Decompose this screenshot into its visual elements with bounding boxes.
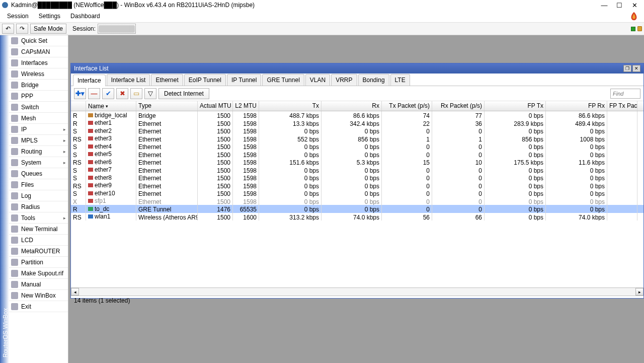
grid-status: 14 items (1 selected) [71,296,643,306]
menu-dashboard[interactable]: Dashboard [65,11,105,22]
table-row[interactable]: RSether3Ethernet15001598552 bps856 bps11… [71,135,643,143]
col-header[interactable]: L2 MTU [233,101,259,111]
nav-metarouter[interactable]: MetaROUTER [9,246,68,257]
tab-ip-tunnel[interactable]: IP Tunnel [227,74,261,86]
tab-vlan[interactable]: VLAN [305,74,330,86]
menu-session[interactable]: Session [2,11,34,22]
col-header[interactable]: Type [136,101,198,111]
nav-new-winbox[interactable]: New WinBox [9,290,68,301]
table-row[interactable]: Rbridge_localBridge15001598488.7 kbps86.… [71,111,643,119]
table-row[interactable]: Rto_dcGRE Tunnel1476655350 bps0 bps000 b… [71,205,643,213]
session-value[interactable]: ████████ [98,24,136,34]
col-header[interactable]: Rx Packet (p/s) [432,101,485,111]
nav-icon [11,48,18,55]
table-row[interactable]: RSether6Ethernet15001598151.6 kbps5.3 kb… [71,158,643,166]
session-label: Session: [72,25,96,32]
tab-interface[interactable]: Interface [73,75,106,86]
table-row[interactable]: Sether10Ethernet150015980 bps0 bps000 bp… [71,189,643,197]
grid-scrollbar[interactable]: ◂ ▸ [71,287,643,296]
table-row[interactable]: RSether9Ethernet150015980 bps0 bps000 bp… [71,182,643,190]
table-row[interactable]: Sether7Ethernet150015980 bps0 bps000 bps… [71,166,643,174]
interface-icon [88,113,93,117]
add-button[interactable]: ✚▾ [74,88,86,99]
scroll-left-icon[interactable]: ◂ [71,288,79,296]
nav-radius[interactable]: Radius [9,201,68,212]
nav-ppp[interactable]: PPP [9,91,68,102]
table-row[interactable]: Rether1Ethernet1500159813.3 kbps342.4 kb… [71,119,643,127]
nav-label: Make Supout.rif [21,270,63,277]
comment-button[interactable]: ▭ [130,88,142,99]
nav-mesh[interactable]: Mesh [9,113,68,124]
undo-button[interactable]: ↶ [2,24,14,34]
nav-icon [11,214,18,222]
subwin-restore-button[interactable]: ❐ [623,65,631,72]
table-row[interactable]: Sether8Ethernet150015980 bps0 bps000 bps… [71,174,643,182]
nav-wireless[interactable]: Wireless [9,68,68,80]
redo-button[interactable]: ↷ [16,24,28,34]
col-header[interactable]: Actual MTU [198,101,233,111]
safe-mode-button[interactable]: Safe Mode [30,24,66,34]
enable-button[interactable]: ✔ [102,88,114,99]
tab-interface-list[interactable]: Interface List [107,74,150,86]
sidebar-tab[interactable]: RouterOS WinBox [0,35,9,363]
nav-files[interactable]: Files [9,179,68,190]
nav-new-terminal[interactable]: New Terminal [9,224,68,235]
table-row[interactable]: Sether2Ethernet150015980 bps0 bps000 bps… [71,127,643,135]
nav-bridge[interactable]: Bridge [9,80,68,91]
nav-icon [11,126,18,133]
col-header[interactable]: FP Tx Pac [607,101,637,111]
tab-ethernet[interactable]: Ethernet [151,74,183,86]
nav-partition[interactable]: Partition [9,257,68,268]
nav-icon [11,104,18,111]
scroll-right-icon[interactable]: ▸ [635,288,643,296]
col-header[interactable]: FP Tx [485,101,546,111]
table-row[interactable]: RSwlan1Wireless (Atheros AR9...150016003… [71,213,643,221]
interface-list-titlebar[interactable]: Interface List ❐ ✕ [71,63,643,74]
col-header[interactable]: Name ▾ [86,101,136,111]
nav-switch[interactable]: Switch [9,102,68,113]
tab-gre-tunnel[interactable]: GRE Tunnel [262,74,304,86]
col-header[interactable]: Rx [321,101,382,111]
nav-queues[interactable]: Queues [9,168,68,179]
nav-interfaces[interactable]: Interfaces [9,57,68,68]
detect-internet-button[interactable]: Detect Internet [158,88,209,99]
tab-vrrp[interactable]: VRRP [331,74,357,86]
nav-system[interactable]: System▸ [9,157,68,168]
table-row[interactable]: Sether5Ethernet150015980 bps0 bps000 bps… [71,151,643,159]
nav-icon [11,226,18,233]
nav-tools[interactable]: Tools▸ [9,212,68,224]
col-header[interactable]: Tx [259,101,321,111]
nav-mpls[interactable]: MPLS▸ [9,135,68,146]
nav-manual[interactable]: Manual [9,279,68,290]
remove-button[interactable]: — [88,88,100,99]
interface-icon [88,136,93,140]
nav-lcd[interactable]: LCD [9,235,68,246]
nav-icon [11,137,18,144]
col-header[interactable]: FP Rx [546,101,607,111]
nav-exit[interactable]: Exit [9,301,68,312]
find-input[interactable] [610,89,640,99]
table-row[interactable]: Xsfp1Ethernet150015980 bps0 bps000 bps0 … [71,197,643,205]
filter-button[interactable]: ▽ [144,88,156,99]
disable-button[interactable]: ✖ [116,88,128,99]
col-header[interactable]: Tx Packet (p/s) [382,101,432,111]
nav-capsman[interactable]: CAPsMAN [9,46,68,57]
tab-eoip-tunnel[interactable]: EoIP Tunnel [184,74,226,86]
col-header[interactable] [71,101,86,111]
maximize-button[interactable]: ☐ [612,1,627,10]
table-row[interactable]: Sether4Ethernet150015980 bps0 bps000 bps… [71,142,643,151]
interface-icon [88,207,93,211]
nav-icon [11,292,18,299]
nav-ip[interactable]: IP▸ [9,124,68,135]
nav-routing[interactable]: Routing▸ [9,146,68,157]
subwin-close-button[interactable]: ✕ [632,65,640,72]
menu-settings[interactable]: Settings [34,11,65,22]
interface-icon [88,152,93,156]
tab-lte[interactable]: LTE [390,74,410,86]
close-button[interactable]: ✕ [627,1,642,10]
nav-log[interactable]: Log [9,190,68,201]
nav-quick-set[interactable]: Quick Set [9,35,68,46]
minimize-button[interactable]: — [597,1,612,10]
tab-bonding[interactable]: Bonding [358,74,389,86]
nav-make-supout-rif[interactable]: Make Supout.rif [9,268,68,279]
